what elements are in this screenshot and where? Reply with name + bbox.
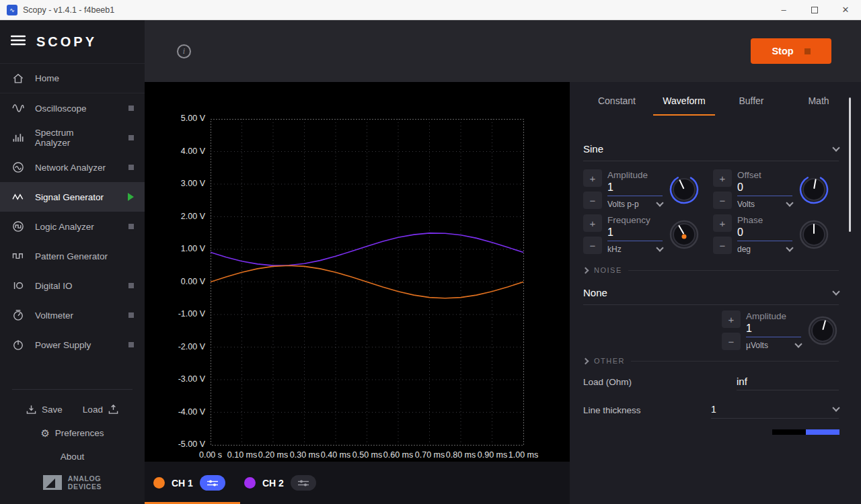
preferences-button[interactable]: ⚙ Preferences bbox=[0, 422, 145, 445]
offset-increment-button[interactable]: + bbox=[713, 169, 732, 187]
run-stop-button[interactable]: Stop bbox=[751, 38, 831, 64]
signal-plot[interactable]: 5.00 V 4.00 V 3.00 V 2.00 V 1.00 V 0.00 … bbox=[145, 82, 570, 462]
chevron-down-icon bbox=[656, 199, 663, 206]
y-axis-tick: 0.00 V bbox=[154, 277, 205, 286]
y-axis-tick: 5.00 V bbox=[154, 114, 205, 123]
frequency-unit-dropdown[interactable]: kHz bbox=[607, 241, 663, 254]
maximize-button[interactable] bbox=[799, 0, 830, 20]
noise-amplitude-knob[interactable] bbox=[807, 314, 839, 347]
sidebar-item-label: Network Analyzer bbox=[35, 163, 106, 173]
other-section-header[interactable]: OTHER bbox=[583, 357, 839, 365]
sidebar-item-digital-io[interactable]: Digital IO bbox=[0, 271, 145, 300]
ch1-label: CH 1 bbox=[172, 478, 193, 489]
chevron-down-icon bbox=[832, 288, 839, 295]
y-axis-tick: 2.00 V bbox=[154, 212, 205, 221]
panel-vertical-scrollbar[interactable] bbox=[849, 97, 851, 232]
close-button[interactable]: ✕ bbox=[830, 0, 861, 20]
phase-decrement-button[interactable]: − bbox=[713, 237, 732, 254]
frequency-increment-button[interactable]: + bbox=[583, 214, 602, 232]
sidebar-item-signal-generator[interactable]: Signal Generator bbox=[0, 182, 145, 212]
detach-indicator[interactable] bbox=[128, 106, 134, 111]
sidebar-item-logic-analyzer[interactable]: Logic Analyzer bbox=[0, 212, 145, 241]
info-icon[interactable]: i bbox=[177, 44, 191, 58]
ch2-settings-toggle[interactable] bbox=[291, 475, 316, 491]
tab-constant[interactable]: Constant bbox=[583, 86, 650, 116]
channel-1[interactable]: CH 1 bbox=[153, 475, 225, 491]
channel-bar: CH 1 CH 2 bbox=[145, 462, 570, 504]
tab-math[interactable]: Math bbox=[785, 86, 852, 116]
amplitude-increment-button[interactable]: + bbox=[583, 169, 602, 187]
tab-waveform[interactable]: Waveform bbox=[650, 86, 718, 116]
ch1-settings-toggle[interactable] bbox=[200, 475, 225, 491]
offset-value[interactable]: 0 bbox=[737, 180, 792, 196]
about-button[interactable]: About bbox=[0, 445, 145, 469]
noise-section-header[interactable]: NOISE bbox=[583, 266, 839, 274]
settings-panel: Constant Waveform Buffer Math Sine +− bbox=[570, 82, 861, 504]
noise-amplitude-decrement-button[interactable]: − bbox=[722, 333, 741, 350]
sidebar-item-power-supply[interactable]: Power Supply bbox=[0, 330, 145, 360]
noise-amplitude-value[interactable]: 1 bbox=[746, 321, 801, 337]
load-label: Load bbox=[83, 405, 103, 415]
amplitude-unit-dropdown[interactable]: Volts p-p bbox=[607, 196, 663, 209]
sidebar-item-label: Voltmeter bbox=[35, 310, 73, 321]
save-icon bbox=[26, 405, 36, 415]
phase-value[interactable]: 0 bbox=[737, 225, 792, 241]
offset-unit-dropdown[interactable]: Volts bbox=[737, 196, 792, 209]
amplitude-decrement-button[interactable]: − bbox=[583, 192, 602, 209]
amplitude-value[interactable]: 1 bbox=[607, 180, 663, 196]
detach-indicator[interactable] bbox=[128, 165, 134, 170]
detach-indicator[interactable] bbox=[128, 312, 134, 318]
minimize-button[interactable]: – bbox=[768, 0, 799, 20]
amplitude-control: +− Amplitude 1 Volts p-p bbox=[583, 169, 713, 209]
sidebar: SCOPY Home Oscilloscope Spectrum Analyze… bbox=[0, 20, 145, 504]
phase-knob[interactable] bbox=[798, 218, 830, 251]
phase-label: Phase bbox=[737, 215, 792, 225]
sidebar-item-label: Digital IO bbox=[35, 281, 73, 291]
sidebar-item-network-analyzer[interactable]: Network Analyzer bbox=[0, 153, 145, 182]
sidebar-item-pattern-generator[interactable]: Pattern Generator bbox=[0, 241, 145, 271]
y-axis-tick: -4.00 V bbox=[154, 407, 205, 417]
sidebar-item-oscilloscope[interactable]: Oscilloscope bbox=[0, 93, 145, 123]
sidebar-item-spectrum-analyzer[interactable]: Spectrum Analyzer bbox=[0, 123, 145, 153]
offset-knob[interactable] bbox=[798, 173, 830, 206]
y-axis-tick: 1.00 V bbox=[154, 244, 205, 253]
offset-label: Offset bbox=[737, 170, 792, 180]
frequency-value[interactable]: 1 bbox=[607, 225, 663, 241]
amplitude-knob[interactable] bbox=[668, 173, 700, 206]
noise-type-dropdown[interactable]: None bbox=[583, 281, 839, 305]
offset-decrement-button[interactable]: − bbox=[713, 192, 732, 209]
frequency-label: Frequency bbox=[607, 215, 663, 225]
load-button[interactable]: Load bbox=[83, 405, 118, 415]
digital-io-icon bbox=[11, 279, 26, 292]
sidebar-item-label: Signal Generator bbox=[35, 192, 104, 202]
x-axis-tick: 1.00 ms bbox=[504, 450, 543, 460]
ch1-color-dot bbox=[153, 477, 165, 489]
stop-square-icon bbox=[804, 48, 811, 54]
chevron-right-icon bbox=[583, 358, 589, 364]
noise-amplitude-increment-button[interactable]: + bbox=[722, 310, 741, 328]
instrument-topbar: i Stop bbox=[145, 20, 861, 82]
sidebar-item-home[interactable]: Home bbox=[0, 64, 145, 93]
waveform-type-dropdown[interactable]: Sine bbox=[583, 137, 839, 161]
load-ohm-label: Load (Ohm) bbox=[583, 377, 632, 390]
tab-buffer[interactable]: Buffer bbox=[718, 86, 785, 116]
panel-horizontal-scrollbar[interactable] bbox=[772, 429, 839, 435]
detach-indicator[interactable] bbox=[128, 342, 134, 347]
load-ohm-value[interactable]: inf bbox=[737, 376, 839, 390]
phase-increment-button[interactable]: + bbox=[713, 214, 732, 232]
sidebar-item-voltmeter[interactable]: Voltmeter bbox=[0, 300, 145, 330]
menu-hamburger-icon[interactable] bbox=[11, 35, 26, 48]
detach-indicator[interactable] bbox=[128, 135, 134, 140]
detach-indicator[interactable] bbox=[128, 283, 134, 288]
frequency-knob[interactable] bbox=[668, 218, 700, 251]
save-button[interactable]: Save bbox=[26, 405, 63, 415]
detach-indicator[interactable] bbox=[128, 224, 134, 229]
frequency-decrement-button[interactable]: − bbox=[583, 237, 602, 254]
noise-amplitude-unit-dropdown[interactable]: µVolts bbox=[746, 337, 801, 350]
channel-2[interactable]: CH 2 bbox=[244, 475, 316, 491]
app-logo-icon: ∿ bbox=[7, 5, 17, 15]
waveform-controls: +− Amplitude 1 Volts p-p bbox=[583, 169, 839, 254]
maximize-icon bbox=[811, 7, 818, 13]
phase-unit-dropdown[interactable]: deg bbox=[737, 241, 792, 254]
line-thickness-dropdown[interactable]: 1 bbox=[711, 404, 839, 419]
